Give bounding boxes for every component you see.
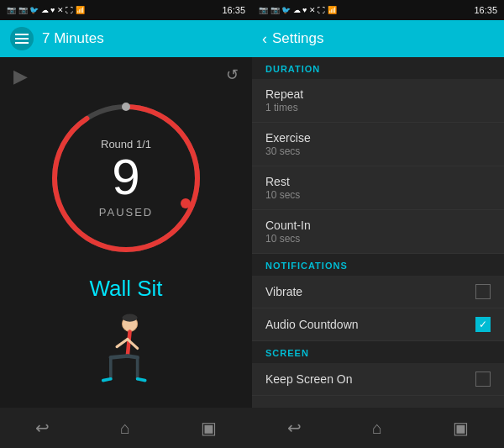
svg-line-12 [111,356,128,358]
paused-label: PAUSED [99,206,154,219]
right-notification-icons: 📷 📷 🐦 ☁ ♥ ✕ ⛶ 📶 [259,6,337,14]
recent-nav-icon[interactable]: ▣ [201,418,217,438]
svg-point-5 [181,198,191,208]
setting-audio-countdown[interactable]: Audio Countdown ✓ [252,308,504,341]
keep-screen-checkbox[interactable] [475,372,491,387]
setting-exercise-left: Exercise 30 secs [265,131,311,157]
right-home-nav-icon[interactable]: ⌂ [372,419,382,438]
workout-area: ▶ ↺ Round 1/1 9 PAUSED Wall Sit [0,57,252,408]
svg-rect-1 [15,38,29,40]
home-nav-icon[interactable]: ⌂ [120,419,130,438]
section-header-screen: SCREEN [252,341,504,363]
exercise-figure [92,310,160,394]
status-bar-left: 📷 📷 🐦 ☁ ♥ ✕ ⛶ 📶 16:35 [0,0,252,20]
section-header-duration: DURATION [252,57,504,79]
timer-circle[interactable]: Round 1/1 9 PAUSED [42,94,210,262]
reset-button[interactable]: ↺ [226,66,239,87]
setting-exercise-label: Exercise [265,131,311,145]
setting-audio-left: Audio Countdown [265,318,359,331]
audio-countdown-checkbox[interactable]: ✓ [475,317,491,332]
settings-list: DURATION Repeat 1 times Exercise 30 secs… [252,57,504,408]
right-panel: 📷 📷 🐦 ☁ ♥ ✕ ⛶ 📶 16:35 ‹ Settings DURATIO… [252,0,504,448]
bottom-nav-left: ↩ ⌂ ▣ [0,408,252,448]
setting-count-in-value: 10 secs [265,233,311,245]
setting-rest-left: Rest 10 secs [265,175,300,201]
exercise-name: Wall Sit [89,276,162,302]
svg-line-16 [103,379,111,381]
setting-vibrate[interactable]: Vibrate [252,276,504,308]
check-icon: ✓ [479,319,487,330]
top-bar-left: 7 Minutes [0,20,252,57]
setting-keep-screen[interactable]: Keep Screen On [252,363,504,396]
right-recent-nav-icon[interactable]: ▣ [453,418,469,438]
left-status-icons: 📷 📷 🐦 ☁ ♥ ✕ ⛶ 📶 [7,6,85,14]
left-panel: 📷 📷 🐦 ☁ ♥ ✕ ⛶ 📶 16:35 7 Minutes ▶ ↺ [0,0,252,448]
setting-repeat-value: 1 times [265,102,303,113]
left-time: 16:35 [222,5,245,15]
right-back-nav-icon[interactable]: ↩ [287,418,302,438]
settings-title: Settings [272,30,323,47]
back-nav-icon[interactable]: ↩ [35,418,50,438]
section-header-notifications: NOTIFICATIONS [252,254,504,276]
app-title: 7 Minutes [42,30,104,47]
setting-exercise-value: 30 secs [265,145,311,157]
setting-repeat-left: Repeat 1 times [265,87,303,113]
svg-point-6 [122,103,130,111]
setting-repeat[interactable]: Repeat 1 times [252,79,504,123]
notification-icons: 📷 📷 🐦 ☁ ♥ ✕ ⛶ 📶 [7,6,85,14]
setting-exercise[interactable]: Exercise 30 secs [252,123,504,166]
setting-count-in-label: Count-In [265,219,311,232]
setting-keep-screen-label: Keep Screen On [265,372,353,386]
svg-line-17 [138,379,145,381]
svg-line-10 [117,340,128,347]
setting-count-in[interactable]: Count-In 10 secs [252,210,504,254]
setting-vibrate-left: Vibrate [265,285,302,298]
setting-vibrate-label: Vibrate [265,285,302,298]
vibrate-checkbox[interactable] [475,284,491,299]
setting-count-in-left: Count-In 10 secs [265,219,311,245]
status-bar-right: 📷 📷 🐦 ☁ ♥ ✕ ⛶ 📶 16:35 [252,0,504,20]
setting-rest[interactable]: Rest 10 secs [252,166,504,210]
right-status-icons: 📷 📷 🐦 ☁ ♥ ✕ ⛶ 📶 [259,6,337,14]
svg-point-8 [122,314,137,322]
top-bar-right: ‹ Settings [252,20,504,57]
setting-audio-label: Audio Countdown [265,318,359,331]
svg-rect-2 [15,42,29,44]
timer-display: Round 1/1 9 PAUSED [99,138,154,219]
setting-rest-label: Rest [265,175,300,188]
svg-rect-0 [15,34,29,35]
setting-repeat-label: Repeat [265,87,303,101]
menu-icon[interactable] [10,27,34,50]
timer-number: 9 [99,152,154,203]
svg-line-9 [128,331,130,356]
back-button[interactable]: ‹ [262,30,267,48]
timer-controls: ▶ ↺ [0,66,252,87]
play-button[interactable]: ▶ [13,66,28,87]
setting-rest-value: 10 secs [265,189,300,201]
right-time: 16:35 [474,5,497,15]
bottom-nav-right: ↩ ⌂ ▣ [252,408,504,448]
setting-keep-screen-left: Keep Screen On [265,372,353,386]
